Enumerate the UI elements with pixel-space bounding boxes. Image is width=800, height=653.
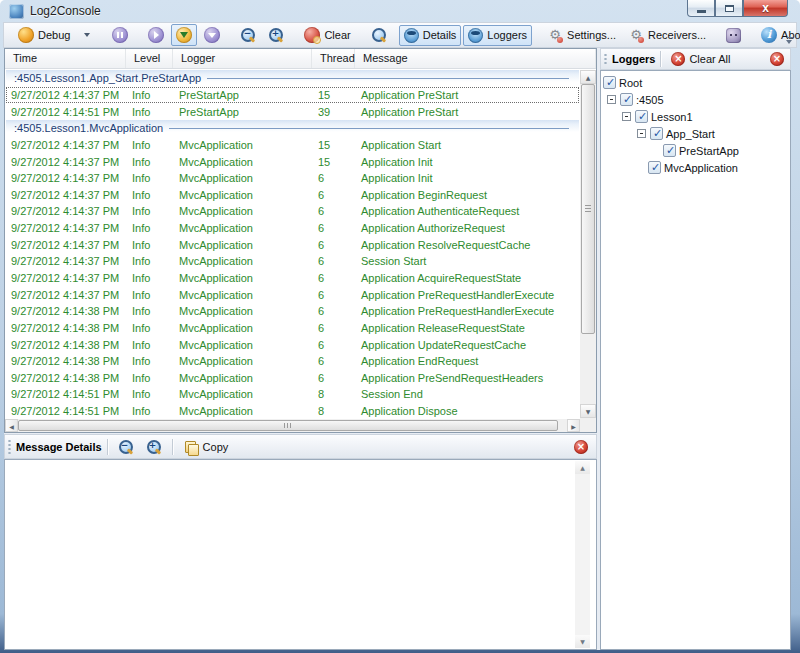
log-cell: 9/27/2012 4:14:37 PM <box>6 89 127 101</box>
pause-button[interactable] <box>107 24 133 46</box>
column-header-time[interactable]: Time <box>5 49 126 68</box>
tree-checkbox[interactable] <box>650 127 663 140</box>
scroll-down-arrow[interactable]: ▼ <box>580 404 596 418</box>
zoom-out-button[interactable]: − <box>235 24 261 46</box>
app-window: Log2Console x Debug − + Clear <box>0 0 800 653</box>
toolbar-grip[interactable] <box>604 53 607 65</box>
close-details-panel-button[interactable] <box>574 440 588 454</box>
tree-collapse-icon[interactable] <box>607 95 616 104</box>
log-cell: Info <box>127 172 174 184</box>
scroll-up-arrow[interactable]: ▲ <box>580 70 596 84</box>
log-row[interactable]: 9/27/2012 4:14:37 PMInfoMvcApplication6A… <box>6 170 579 187</box>
column-header-thread[interactable]: Thread <box>312 49 355 68</box>
log-row[interactable]: 9/27/2012 4:14:38 PMInfoMvcApplication6A… <box>6 303 579 320</box>
log-row[interactable]: 9/27/2012 4:14:37 PMInfoMvcApplication6A… <box>6 186 579 203</box>
log-cell: MvcApplication <box>174 339 313 351</box>
log-row[interactable]: 9/27/2012 4:14:37 PMInfoMvcApplication6A… <box>6 236 579 253</box>
message-details-body[interactable]: ▲ ▼ <box>4 459 597 650</box>
receivers-button[interactable]: ⚙ Receivers... <box>623 24 711 46</box>
copy-button[interactable]: Copy <box>178 436 234 458</box>
loggers-toolbar: Loggers Clear All <box>600 48 791 70</box>
table-horizontal-scrollbar[interactable]: ◀ ▶ <box>5 419 580 432</box>
tree-checkbox[interactable] <box>663 144 676 157</box>
details-toggle-button[interactable]: Details <box>399 25 462 46</box>
log-row[interactable]: 9/27/2012 4:14:37 PMInfoMvcApplication6A… <box>6 286 579 303</box>
log-row[interactable]: 9/27/2012 4:14:38 PMInfoMvcApplication6A… <box>6 336 579 353</box>
column-header-level[interactable]: Level <box>126 49 173 68</box>
log-cell: Info <box>127 272 174 284</box>
details-scrollbar[interactable]: ▲ ▼ <box>575 461 590 648</box>
tree-checkbox[interactable] <box>635 110 648 123</box>
restart-button[interactable] <box>143 24 169 46</box>
toolbar-grip[interactable] <box>8 439 11 454</box>
title-bar[interactable]: Log2Console x <box>0 0 800 22</box>
scroll-right-arrow[interactable]: ▶ <box>567 419 580 432</box>
log-row[interactable]: 9/27/2012 4:14:37 PMInfoPreStartApp15App… <box>6 87 579 104</box>
goto-last-button[interactable] <box>199 24 225 46</box>
tree-node-appstart[interactable]: App_Start <box>601 125 790 142</box>
details-zoom-in-button[interactable]: + <box>141 436 167 458</box>
settings-button[interactable]: ⚙ Settings... <box>542 24 621 46</box>
zoom-in-button[interactable]: + <box>263 24 289 46</box>
close-button[interactable]: x <box>743 0 788 17</box>
group-label: :4505.Lesson1.App_Start.PreStartApp <box>6 72 201 84</box>
log-row[interactable]: 9/27/2012 4:14:51 PMInfoMvcApplication8A… <box>6 403 579 418</box>
details-zoom-out-button[interactable]: − <box>113 436 139 458</box>
log-row[interactable]: 9/27/2012 4:14:37 PMInfoMvcApplication15… <box>6 137 579 154</box>
log-row[interactable]: 9/27/2012 4:14:38 PMInfoMvcApplication6A… <box>6 320 579 337</box>
scrollbar-thumb[interactable] <box>18 420 558 431</box>
log-cell: Info <box>127 106 174 118</box>
log-level-dropdown[interactable]: Debug <box>13 24 97 46</box>
group-row[interactable]: :4505.Lesson1.MvcApplication <box>6 120 579 137</box>
log-row[interactable]: 9/27/2012 4:14:38 PMInfoMvcApplication6A… <box>6 353 579 370</box>
clear-button[interactable]: Clear <box>299 24 355 46</box>
table-vertical-scrollbar[interactable]: ▲ ▼ <box>580 70 596 418</box>
tree-node-prestartapp[interactable]: PreStartApp <box>601 142 790 159</box>
log-row[interactable]: 9/27/2012 4:14:51 PMInfoMvcApplication8S… <box>6 386 579 403</box>
log-row[interactable]: 9/27/2012 4:14:37 PMInfoMvcApplication6A… <box>6 203 579 220</box>
log-cell: Info <box>127 305 174 317</box>
scrollbar-thumb[interactable] <box>581 84 595 334</box>
close-loggers-panel-button[interactable] <box>770 52 784 66</box>
tree-node-4505[interactable]: :4505 <box>601 91 790 108</box>
toolbar-overflow-button[interactable] <box>785 36 794 45</box>
log-cell: 6 <box>313 272 356 284</box>
log-row[interactable]: 9/27/2012 4:14:37 PMInfoMvcApplication6S… <box>6 253 579 270</box>
search-button[interactable] <box>366 24 392 46</box>
tree-collapse-icon[interactable] <box>637 129 646 138</box>
loggers-toggle-button[interactable]: Loggers <box>463 25 532 46</box>
log-row[interactable]: 9/27/2012 4:14:37 PMInfoMvcApplication6A… <box>6 220 579 237</box>
tree-node-label: Lesson1 <box>651 111 693 123</box>
details-panel-icon <box>404 28 419 43</box>
scroll-up-arrow[interactable]: ▲ <box>575 461 590 474</box>
mask-button[interactable] <box>721 25 746 46</box>
minimize-button[interactable] <box>687 0 715 17</box>
clear-label: Clear <box>324 29 350 41</box>
log-row[interactable]: 9/27/2012 4:14:37 PMInfoMvcApplication15… <box>6 153 579 170</box>
maximize-button[interactable] <box>715 0 743 17</box>
logger-tree: Root:4505Lesson1App_StartPreStartAppMvcA… <box>600 70 791 650</box>
log-row[interactable]: 9/27/2012 4:14:38 PMInfoMvcApplication6A… <box>6 370 579 387</box>
tree-checkbox[interactable] <box>620 93 633 106</box>
tree-node-lesson1[interactable]: Lesson1 <box>601 108 790 125</box>
auto-scroll-button[interactable] <box>171 24 197 46</box>
log-row[interactable]: 9/27/2012 4:14:51 PMInfoPreStartApp39App… <box>6 103 579 120</box>
tree-checkbox[interactable] <box>648 161 661 174</box>
log-level-value: Debug <box>38 29 70 41</box>
tree-collapse-icon[interactable] <box>622 112 631 121</box>
separator <box>660 51 661 67</box>
clear-all-icon <box>671 52 685 66</box>
column-header-logger[interactable]: Logger <box>173 49 312 68</box>
scroll-down-arrow[interactable]: ▼ <box>575 635 590 648</box>
settings-gear-icon: ⚙ <box>547 27 563 43</box>
log-row[interactable]: 9/27/2012 4:14:37 PMInfoMvcApplication6A… <box>6 270 579 287</box>
zoom-in-icon: + <box>146 439 162 455</box>
tree-node-mvcapplication[interactable]: MvcApplication <box>601 159 790 176</box>
column-header-message[interactable]: Message <box>355 49 596 68</box>
group-row[interactable]: :4505.Lesson1.App_Start.PreStartApp <box>6 70 579 87</box>
scroll-left-arrow[interactable]: ◀ <box>5 419 18 432</box>
tree-node-root[interactable]: Root <box>601 74 790 91</box>
clear-all-button[interactable]: Clear All <box>666 49 735 69</box>
log-cell: Info <box>127 372 174 384</box>
tree-checkbox[interactable] <box>603 76 616 89</box>
